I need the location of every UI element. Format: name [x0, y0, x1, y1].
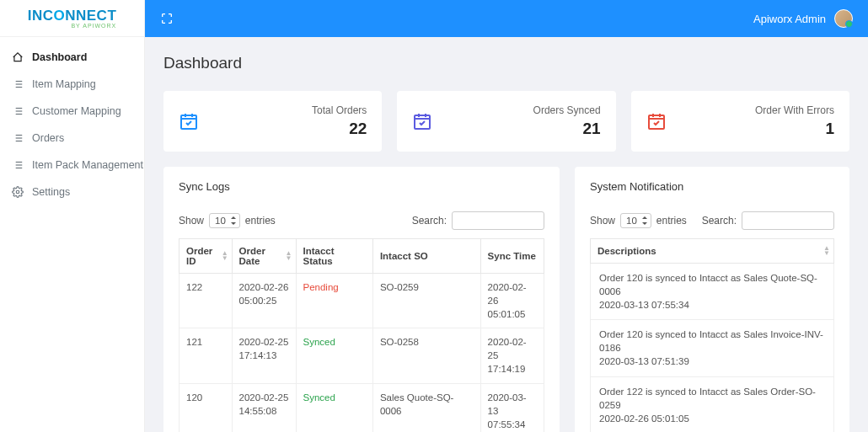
sync-logs-panel: Sync Logs Show 10 entries Search: [163, 167, 560, 432]
cell-description: Order 120 is synced to Intacct as Sales … [591, 320, 834, 376]
svg-rect-25 [181, 115, 196, 129]
column-header[interactable]: Intacct Status [296, 239, 372, 274]
gear-icon [12, 186, 24, 198]
table-row[interactable]: 1202020-02-2514:55:08SyncedSales Quote-S… [179, 383, 544, 432]
cell-order-id: 122 [179, 274, 233, 328]
logo-subtext: BY APIWORX [28, 23, 117, 29]
calendar-check-icon [412, 111, 432, 131]
card-value: 22 [312, 120, 367, 138]
entries-label: entries [656, 215, 687, 227]
page-size-select[interactable]: 10 [620, 213, 651, 228]
content: Dashboard Total Orders22Orders Synced21O… [145, 37, 868, 432]
cell-sync-time: 2020-02-2605:01:05 [480, 274, 544, 328]
cell-order-date: 2020-02-2514:55:08 [232, 383, 296, 432]
search-label: Search: [702, 215, 737, 227]
stat-card: Orders Synced21 [397, 91, 615, 152]
card-label: Total Orders [312, 104, 367, 116]
table-row[interactable]: Order 120 is synced to Intacct as Sales … [591, 320, 834, 376]
column-header[interactable]: Intacct SO [372, 239, 480, 274]
card-label: Order With Errors [755, 104, 834, 116]
list-icon [12, 105, 24, 117]
nav-item-dashboard[interactable]: Dashboard [0, 44, 144, 71]
cell-status: Pending [296, 274, 372, 328]
card-value: 1 [755, 120, 834, 138]
table-row[interactable]: Order 122 is synced to Intacct as Sales … [591, 376, 834, 432]
search-input[interactable] [742, 211, 834, 230]
cell-order-id: 121 [179, 328, 233, 383]
search-label: Search: [412, 215, 447, 227]
column-header[interactable]: Descriptions▲▼ [591, 239, 834, 264]
column-header[interactable]: Order ID▲▼ [179, 239, 233, 274]
cell-status: Synced [296, 383, 372, 432]
nav-item-customer-mapping[interactable]: Customer Mapping [0, 98, 144, 125]
cell-so: Sales Quote-SQ-0006 [372, 383, 480, 432]
nav-label: Settings [32, 186, 70, 198]
user-name[interactable]: Apiworx Admin [753, 13, 826, 25]
cell-sync-time: 2020-03-1307:55:34 [480, 383, 544, 432]
nav-item-settings[interactable]: Settings [0, 179, 144, 205]
cell-sync-time: 2020-02-2517:14:19 [480, 328, 544, 383]
calendar-check-icon [179, 111, 199, 131]
nav-label: Item Mapping [32, 78, 96, 90]
cell-status: Synced [296, 328, 372, 383]
notifications-panel: System Notification Show 10 entries Sear… [575, 167, 849, 432]
nav-label: Item Pack Management.. [32, 159, 144, 171]
calendar-check-icon [646, 111, 667, 131]
page-size-select[interactable]: 10 [209, 213, 240, 228]
search-input[interactable] [452, 211, 544, 230]
table-row[interactable]: 1222020-02-2605:00:25PendingSO-02592020-… [179, 274, 544, 328]
list-icon [12, 159, 24, 171]
logo-text: INCONNECT [28, 8, 117, 24]
notifications-table: Descriptions▲▼ Order 120 is synced to In… [590, 238, 834, 432]
cell-order-id: 120 [179, 383, 233, 432]
column-header[interactable]: Sync Time [480, 239, 544, 274]
table-row[interactable]: Order 120 is synced to Intacct as Sales … [591, 264, 834, 320]
card-label: Orders Synced [533, 104, 601, 116]
svg-rect-29 [415, 115, 430, 129]
fullscreen-icon[interactable] [160, 12, 174, 25]
card-value: 21 [533, 120, 601, 138]
nav-item-item-pack-management-[interactable]: Item Pack Management.. [0, 152, 144, 179]
nav-label: Customer Mapping [32, 105, 121, 117]
page-title: Dashboard [163, 54, 849, 72]
cell-description: Order 120 is synced to Intacct as Sales … [591, 264, 834, 320]
show-label: Show [179, 215, 204, 227]
dashboard-icon [12, 51, 24, 63]
list-icon [12, 78, 24, 90]
panel-title: Sync Logs [179, 180, 544, 193]
svg-rect-33 [649, 115, 664, 129]
show-label: Show [590, 215, 615, 227]
nav-label: Orders [32, 132, 64, 144]
cell-description: Order 122 is synced to Intacct as Sales … [591, 376, 834, 432]
sync-logs-table: Order ID▲▼Order Date▲▼Intacct StatusInta… [179, 238, 544, 432]
svg-point-24 [16, 190, 19, 194]
list-icon [12, 132, 24, 144]
nav-label: Dashboard [32, 51, 87, 63]
topbar: Apiworx Admin [145, 0, 868, 37]
nav-item-item-mapping[interactable]: Item Mapping [0, 71, 144, 98]
panel-title: System Notification [590, 180, 834, 193]
nav-item-orders[interactable]: Orders [0, 125, 144, 152]
main: Apiworx Admin Dashboard Total Orders22Or… [145, 0, 868, 432]
stat-card: Total Orders22 [163, 91, 382, 152]
nav: DashboardItem MappingCustomer MappingOrd… [0, 37, 144, 205]
logo[interactable]: INCONNECT BY APIWORX [0, 0, 144, 37]
stat-card: Order With Errors1 [631, 91, 849, 152]
stat-cards: Total Orders22Orders Synced21Order With … [163, 91, 849, 152]
cell-so: SO-0258 [372, 328, 480, 383]
avatar[interactable] [834, 9, 853, 28]
cell-order-date: 2020-02-2517:14:13 [232, 328, 296, 383]
entries-label: entries [245, 215, 276, 227]
cell-so: SO-0259 [372, 274, 480, 328]
table-row[interactable]: 1212020-02-2517:14:13SyncedSO-02582020-0… [179, 328, 544, 383]
sidebar: INCONNECT BY APIWORX DashboardItem Mappi… [0, 0, 145, 432]
cell-order-date: 2020-02-2605:00:25 [232, 274, 296, 328]
column-header[interactable]: Order Date▲▼ [232, 239, 296, 274]
